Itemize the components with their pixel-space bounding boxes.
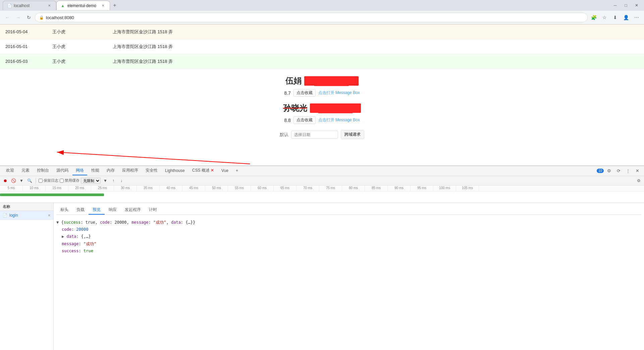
download-button[interactable]: ↓ — [118, 177, 125, 184]
json-root-text: {success: true, code: 20000, message: "成… — [61, 220, 195, 225]
new-tab-button[interactable]: + — [110, 1, 119, 10]
browser-tab-1[interactable]: 📄 localhost ✕ — [3, 1, 56, 10]
tab2-favicon-icon: ▲ — [61, 3, 65, 8]
preserve-log-label[interactable]: 保留日志 — [39, 178, 58, 183]
user1-rating: 8.7 — [284, 90, 290, 96]
timeline-bar-area — [0, 191, 644, 203]
tab1-favicon-icon: 📄 — [7, 3, 12, 8]
timeline-label-30ms: 30 ms — [114, 185, 137, 191]
detail-tab-payload[interactable]: 负载 — [72, 206, 89, 215]
minimize-button[interactable]: ─ — [610, 1, 620, 10]
json-body: code: 20000 ▶ data: {,…} message: "成功" s… — [56, 226, 641, 255]
devtools-tabs: 欢迎 元素 控制台 源代码 网络 性能 内存 应用程序 安全性 Lighthou… — [0, 166, 644, 176]
detail-tab-preview[interactable]: 预览 — [89, 206, 105, 215]
devtools-settings-icon[interactable]: ⚙ — [605, 167, 613, 175]
search-button[interactable]: 🔍 — [26, 177, 33, 184]
close-button[interactable]: ✕ — [632, 1, 641, 10]
devtools-remote-icon[interactable]: ⟳ — [614, 167, 623, 175]
network-timeline: 5 ms 10 ms 15 ms 20 ms 25 ms 30 ms 35 ms… — [0, 185, 644, 203]
bookmark-icon[interactable]: ☆ — [600, 13, 609, 22]
detail-tab-timing[interactable]: 计时 — [145, 206, 161, 215]
svg-line-1 — [57, 152, 250, 164]
timeline-label-10ms: 10 ms — [23, 185, 46, 191]
network-settings-icon[interactable]: ⚙ — [635, 177, 642, 184]
detail-tabs: 标头 负载 预览 响应 发起程序 计时 — [56, 206, 641, 215]
downloads-icon[interactable]: ⬇ — [610, 13, 620, 22]
devtools-tab-vue[interactable]: Vue — [218, 167, 232, 175]
login-request-name: login — [9, 213, 46, 218]
devtools-tab-css[interactable]: CSS 概述 ✕ — [189, 166, 217, 175]
timeline-label-85ms: 85 ms — [365, 185, 388, 191]
detail-tab-initiator[interactable]: 发起程序 — [121, 206, 145, 215]
browser-tab-2[interactable]: ▲ elementui-demo ✕ — [56, 1, 110, 10]
table-cell-name: 王小虎 — [47, 58, 107, 64]
detail-tab-response[interactable]: 响应 — [105, 206, 121, 215]
record-button[interactable]: ⏺ — [2, 177, 9, 184]
separator — [36, 178, 36, 183]
user1-message-link[interactable]: 点击打开 Message Box — [318, 90, 360, 96]
timeline-label-55ms: 55 ms — [228, 185, 251, 191]
import-button[interactable]: ▼ — [102, 177, 109, 184]
devtools-tab-console[interactable]: 控制台 — [34, 166, 52, 175]
user-card-1: 伍娟 ██████ 8.7 点击收藏 点击打开 Message Box — [284, 76, 360, 97]
json-code-key: code — [62, 227, 71, 232]
user1-name-redacted: ██████ — [304, 76, 359, 86]
devtools-tab-performance[interactable]: 性能 — [88, 166, 103, 175]
tab2-close-icon[interactable]: ✕ — [100, 3, 106, 8]
devtools-tab-add[interactable]: + — [232, 167, 241, 175]
timeline-label-90ms: 90 ms — [388, 185, 411, 191]
json-success-key: success — [62, 249, 79, 253]
network-item-close-icon[interactable]: ✕ — [48, 213, 51, 218]
devtools-tab-sources[interactable]: 源代码 — [53, 166, 72, 175]
devtools-tab-memory[interactable]: 内存 — [103, 166, 118, 175]
table-row: 2016-05-03 王小虎 上海市普陀区金沙江路 1518 弄 — [0, 54, 644, 69]
disable-cache-checkbox[interactable] — [60, 179, 64, 183]
throttle-select[interactable]: 无限制 — [81, 178, 101, 184]
disable-cache-label[interactable]: 禁用缓存 — [60, 178, 79, 183]
extensions-icon[interactable]: 🧩 — [589, 13, 598, 22]
user2-rating: 8.8 — [284, 118, 290, 123]
more-icon[interactable]: ⋯ — [632, 13, 641, 22]
table-cell-address: 上海市普陀区金沙江路 1518 弄 — [107, 44, 644, 50]
maximize-button[interactable]: □ — [621, 1, 631, 10]
devtools-tab-application[interactable]: 应用程序 — [119, 166, 142, 175]
json-message-val: "成功" — [84, 242, 96, 246]
detail-tab-headers[interactable]: 标头 — [56, 206, 72, 215]
user2-message-link[interactable]: 点击打开 Message Box — [318, 117, 360, 123]
table-cell-address: 上海市普陀区金沙江路 1518 弄 — [107, 29, 644, 35]
error-badge: 10 — [597, 169, 604, 173]
user-card-2: 孙晓光 ██████ 8.8 点击收藏 点击打开 Message Box — [283, 103, 361, 124]
refresh-button[interactable]: ↻ — [24, 13, 34, 22]
date-input[interactable] — [291, 131, 338, 139]
user2-name: 孙晓光 — [283, 103, 307, 114]
devtools-tab-lighthouse[interactable]: Lighthouse — [162, 167, 188, 175]
devtools-close-icon[interactable]: ✕ — [633, 167, 641, 175]
devtools-more-icon[interactable]: ⋮ — [624, 167, 632, 175]
devtools-tab-security[interactable]: 安全性 — [142, 166, 161, 175]
tab1-close-icon[interactable]: ✕ — [47, 3, 52, 8]
user1-collect-button[interactable]: 点击收藏 — [293, 89, 316, 97]
address-bar[interactable]: 🔒 localhost:8080 — [35, 13, 588, 22]
json-root-line: ▼ {success: true, code: 20000, message: … — [56, 219, 641, 226]
upload-button[interactable]: ↑ — [110, 177, 117, 184]
timeline-label-70ms: 70 ms — [297, 185, 319, 191]
network-item-login[interactable]: 📄 login ✕ — [0, 211, 53, 220]
user2-collect-button[interactable]: 点击收藏 — [293, 116, 316, 124]
devtools-panel: 欢迎 元素 控制台 源代码 网络 性能 内存 应用程序 安全性 Lighthou… — [0, 166, 644, 350]
lock-icon: 🔒 — [39, 15, 44, 20]
preserve-log-checkbox[interactable] — [39, 179, 43, 183]
timeline-label-75ms: 75 ms — [319, 185, 342, 191]
cross-domain-button[interactable]: 跨域请求 — [341, 130, 364, 139]
devtools-tab-welcome[interactable]: 欢迎 — [3, 166, 17, 175]
devtools-tab-elements[interactable]: 元素 — [18, 166, 33, 175]
clear-button[interactable]: 🚫 — [10, 177, 17, 184]
devtools-tab-network[interactable]: 网络 — [72, 166, 87, 175]
timeline-label-45ms: 45 ms — [182, 185, 205, 191]
forward-button[interactable]: → — [13, 13, 23, 22]
profile-icon[interactable]: 👤 — [621, 13, 631, 22]
json-data-toggle[interactable]: ▶ — [62, 234, 64, 239]
back-button[interactable]: ← — [3, 13, 12, 22]
filter-button[interactable]: ▼ — [18, 177, 25, 184]
json-collapse-icon[interactable]: ▼ — [56, 220, 59, 225]
json-code-line: code: 20000 — [62, 226, 641, 233]
